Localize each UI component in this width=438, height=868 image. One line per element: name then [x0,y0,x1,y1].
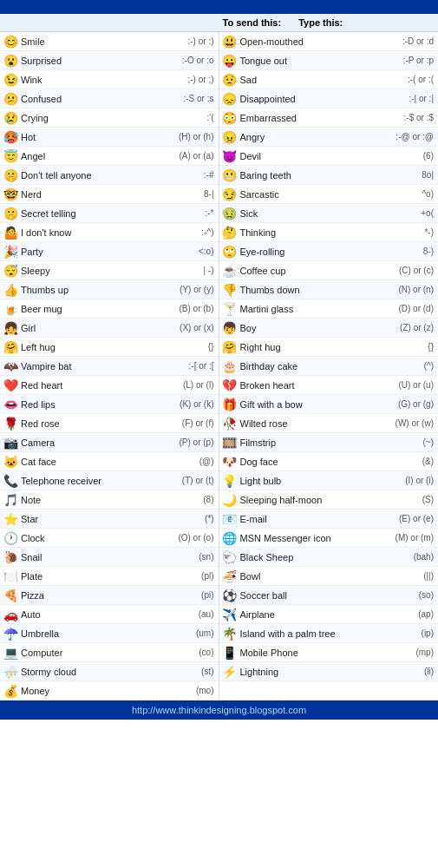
emoticon-name: Party [19,247,156,257]
emoji-icon: ⛈️ [2,665,19,679]
emoticon-name: Auto [19,609,156,620]
emoticon-name: Umbrella [19,628,156,639]
emoticon-code: (pi) [156,590,217,600]
list-item: ✈️ Airplane (ap) [219,605,439,624]
emoticon-name: MSN Messenger icon [239,533,376,543]
emoticon-name: Vampire bat [19,361,156,372]
emoji-icon: 🎁 [221,398,239,411]
list-item: 🕐 Clock (O) or (o) [0,529,219,548]
emoji-icon: 🤷 [2,226,19,240]
emoticon-code: :-$ or :$ [376,113,436,122]
emoji-icon: 🤓 [2,187,19,201]
emoticon-name: Dog face [239,457,376,467]
list-item: 🐑 Black Sheep (bah) [219,548,439,567]
emoticon-name: Open-mouthed [239,36,376,47]
emoticon-code: (st) [156,667,217,676]
list-item: 😏 Sarcastic ^o) [219,185,439,204]
list-item: 😈 Devil (6) [219,147,439,166]
emoji-icon: 🕐 [2,531,19,545]
emoticon-name: Red rose [19,418,156,429]
list-item: 👄 Red lips (K) or (k) [0,395,219,414]
list-item: 🍽️ Plate (pl) [0,567,219,586]
emoticon-code: (6) [376,151,436,161]
emoji-icon: 😛 [221,54,239,68]
emoticon-name: Gift with a bow [239,399,376,410]
emoticon-code: 8o| [376,170,436,180]
column-headers: To send this: Type this: [0,14,438,32]
emoji-icon: 🍸 [221,302,239,316]
emoji-icon: 😊 [2,35,19,49]
emoticon-name: Red lips [19,399,156,410]
emoji-icon: 🐶 [221,455,239,469]
emoji-icon: 😮 [2,54,19,68]
footer-link[interactable]: http://www.thinkindesigning.blogspot.com [132,705,306,715]
emoticon-code: (li) [376,667,436,676]
emoticon-name: Boy [239,323,376,333]
emoticon-name: Right hug [239,342,376,352]
emoticon-name: Wilted rose [239,418,376,429]
emoji-icon: 🦇 [2,359,19,373]
right-send-header: To send this: [223,17,282,28]
list-item: 🤫 Secret telling :-* [0,204,219,223]
right-column: 😃 Open-mouthed :-D or :d 😛 Tongue out :-… [219,32,439,700]
emoticon-name: Pizza [19,590,156,601]
emoticon-name: Telephone receiver [19,476,156,486]
emoji-icon: 🐱 [2,455,19,469]
list-item: 👎 Thumbs down (N) or (n) [219,280,439,299]
main-content: 😊 Smile :-) or :) 😮 Surprised :-O or :o … [0,32,438,700]
emoticon-code: (bah) [376,552,436,562]
emoticon-code: (X) or (x) [156,323,217,332]
emoticon-name: Filmstrip [239,437,376,448]
emoji-icon: 😞 [221,92,239,106]
emoji-icon: 📱 [221,646,239,660]
emoticon-code: (um) [156,628,217,638]
emoticon-code: (^) [376,361,436,371]
list-item: 😕 Confused :-S or :s [0,89,219,108]
emoji-icon: 😃 [221,35,239,49]
emoticon-code: (~) [376,437,436,447]
emoticon-code: ^o) [376,189,436,199]
emoji-icon: 😈 [221,149,239,163]
emoticon-name: Bowl [239,571,376,582]
list-item: 🎵 Note (8) [0,490,219,510]
list-item: 😬 Baring teeth 8o| [219,166,439,185]
emoticon-name: Airplane [239,609,376,620]
list-item: ❤️ Red heart (L) or (l) [0,376,219,395]
list-item: 🤔 Thinking *-) [219,223,439,242]
list-item: 😢 Crying :'( [0,108,219,128]
emoticon-name: Sleepy [19,266,156,276]
emoticon-name: Lightning [239,667,376,677]
emoticon-name: Disappointed [239,94,376,104]
emoji-icon: 👦 [221,321,239,335]
list-item: ⭐ Star (*) [0,510,219,529]
list-item: 📱 Mobile Phone (mp) [219,643,439,662]
list-item: ⚡ Lightning (li) [219,662,439,681]
emoji-icon: 💡 [221,474,239,488]
list-item: 🐌 Snail (sn) [0,548,219,567]
list-item: ☕ Coffee cup (C) or (c) [219,261,439,280]
list-item: 👍 Thumbs up (Y) or (y) [0,280,219,299]
emoji-icon: 🍜 [221,569,239,583]
list-item: 🌙 Sleeping half-moon (S) [219,490,439,510]
list-item: 👦 Boy (Z) or (z) [219,319,439,338]
emoji-icon: 🎉 [2,245,19,259]
emoticon-code: (F) or (f) [156,418,217,428]
emoticon-code: (&) [376,457,436,466]
emoticon-code: (ap) [376,609,436,619]
emoticon-name: Martini glass [239,304,376,314]
emoticon-code: :-D or :d [376,36,436,46]
emoticon-name: Snail [19,552,156,562]
emoticon-name: Cat face [19,457,156,467]
list-item: 🍺 Beer mug (B) or (b) [0,299,219,319]
emoticon-name: Embarrassed [239,113,376,123]
emoji-icon: 👄 [2,398,19,411]
emoticon-code: *-) [376,227,436,237]
emoticon-code: (M) or (m) [376,533,436,542]
emoji-icon: 😕 [2,92,19,106]
emoticon-code: (*) [156,514,217,523]
list-item: 🤗 Left hug {} [0,338,219,357]
emoticon-code: :'( [156,113,217,122]
emoticon-name: Wink [19,75,156,85]
list-item: 🤢 Sick +o( [219,204,439,223]
emoji-icon: 🤫 [2,168,19,182]
